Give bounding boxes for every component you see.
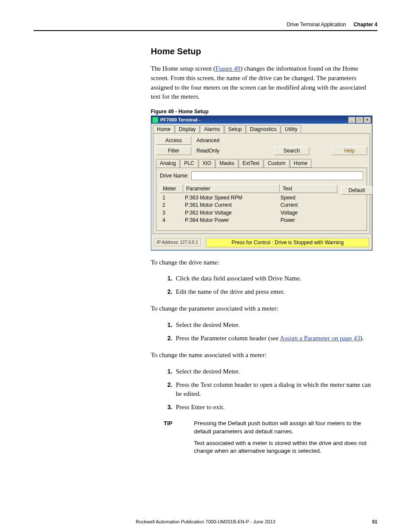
tab-setup[interactable]: Setup (224, 125, 246, 133)
param-row-2[interactable]: P:361 Motor Current (185, 202, 275, 209)
text-row-2[interactable]: Current (280, 202, 332, 209)
subtab-plc[interactable]: PLC (180, 159, 198, 168)
intro-paragraph: The Home setup screen (Figure 49) change… (151, 64, 377, 102)
col-head-meter[interactable]: Meter (160, 184, 183, 193)
footer-page-number: 51 (372, 519, 377, 524)
page-header: Drive Terminal Application Chapter 4 (34, 22, 377, 31)
window-title: PF7000 Terminal - (160, 117, 200, 122)
figure-caption: Figure 49 - Home Setup (151, 109, 377, 115)
drive-name-input[interactable] (191, 171, 363, 180)
tab-alarms[interactable]: Alarms (200, 125, 224, 133)
step: Press Enter to exit. (174, 403, 377, 412)
text-row-3[interactable]: Voltage (280, 209, 332, 217)
meter-row-4[interactable]: 4 (162, 217, 180, 224)
access-value: Advanced (194, 137, 238, 144)
tab-utility[interactable]: Utility (281, 125, 301, 133)
step: Press the Parameter column header (see A… (174, 334, 377, 343)
ip-address: IP Address: 127.0.0.1 (154, 238, 201, 246)
tab-home[interactable]: Home (153, 125, 174, 133)
home-setup-screenshot: PF7000 Terminal - _ □ × Home Display Ala… (151, 115, 372, 250)
step: Select the desired Meter. (174, 367, 377, 376)
text-row-4[interactable]: Power (280, 217, 332, 224)
setup-panel: Access Advanced Filter ReadOnly Search H… (153, 133, 370, 234)
window-titlebar: PF7000 Terminal - _ □ × (151, 116, 372, 124)
close-button[interactable]: × (364, 117, 371, 123)
tab-display[interactable]: Display (175, 125, 199, 133)
subtab-analog[interactable]: Analog (156, 159, 180, 168)
subtab-home[interactable]: Home (290, 159, 311, 168)
col-head-parameter[interactable]: Parameter (183, 184, 280, 193)
step: Select the desired Meter. (174, 320, 377, 330)
change-param-intro: To change the parameter associated with … (151, 304, 377, 314)
tip-block: TIP Pressing the Default push button wil… (164, 420, 377, 459)
meter-row-1[interactable]: 1 (162, 194, 180, 202)
drive-name-label: Drive Name: (160, 173, 189, 179)
maximize-button[interactable]: □ (356, 117, 363, 123)
text-row-1[interactable]: Speed (280, 194, 332, 202)
meter-row-2[interactable]: 2 (162, 202, 180, 209)
minimize-button[interactable]: _ (348, 117, 355, 123)
section-title: Home Setup (151, 47, 377, 56)
app-icon (152, 117, 159, 123)
meter-row-3[interactable]: 3 (162, 209, 180, 217)
filter-button[interactable]: Filter (156, 146, 191, 155)
subtab-xio[interactable]: XIO (199, 159, 215, 168)
change-name-steps: Select the desired Meter. Press the Text… (151, 367, 377, 412)
filter-value: ReadOnly (194, 147, 238, 155)
status-bar: IP Address: 127.0.0.1 Press for Control … (151, 235, 372, 250)
header-chapter-name: Drive Terminal Application (286, 22, 346, 28)
tip-text-1: Pressing the Default push button will as… (194, 420, 377, 436)
step: Edit the name of the drive and press ent… (174, 287, 377, 296)
param-row-3[interactable]: P:362 Motor Voltage (185, 209, 275, 217)
help-button[interactable]: Help (332, 146, 367, 155)
tip-text-2: Text associated with a meter is stored w… (194, 439, 377, 456)
subtab-custom[interactable]: Custom (264, 159, 289, 168)
assign-parameter-link[interactable]: Assign a Parameter on page 43 (280, 335, 360, 342)
change-param-steps: Select the desired Meter. Press the Para… (151, 320, 377, 343)
step: Click the data field associated with Dri… (174, 274, 377, 283)
param-row-1[interactable]: P:363 Motor Speed RPM (185, 194, 275, 202)
header-chapter-num: Chapter 4 (354, 22, 377, 28)
param-row-4[interactable]: P:364 Motor Power (185, 217, 275, 224)
change-drive-intro: To change the drive name: (151, 258, 377, 268)
search-button[interactable]: Search (274, 146, 309, 155)
col-head-text[interactable]: Text (280, 184, 337, 193)
subtab-masks[interactable]: Masks (215, 159, 238, 168)
main-tabs: Home Display Alarms Setup Diagnostics Ut… (151, 124, 372, 133)
tab-diagnostics[interactable]: Diagnostics (246, 125, 280, 133)
subtab-exttext[interactable]: ExtText (239, 159, 263, 168)
status-message[interactable]: Press for Control : Drive is Stopped wit… (206, 238, 369, 247)
tip-label: TIP (164, 420, 194, 459)
footer-publication: Rockwell Automation Publication 7000-UM2… (136, 519, 275, 524)
change-name-intro: To change the name associated with a met… (151, 351, 377, 360)
access-button[interactable]: Access (156, 136, 191, 145)
change-drive-steps: Click the data field associated with Dri… (151, 274, 377, 296)
default-button[interactable]: Default (341, 186, 373, 195)
figure-49-link[interactable]: Figure 49 (215, 65, 240, 72)
step: Press the Text column header to open a d… (174, 380, 377, 398)
page-footer: Rockwell Automation Publication 7000-UM2… (34, 519, 377, 524)
